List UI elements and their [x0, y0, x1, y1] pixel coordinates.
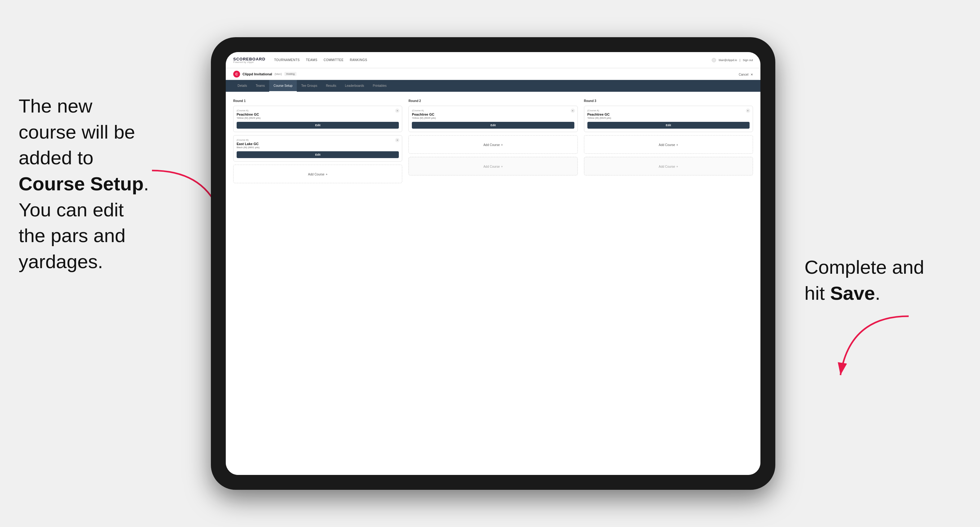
round2-course-a-edit-button[interactable]: Edit	[412, 122, 574, 129]
tab-leaderboards[interactable]: Leaderboards	[340, 80, 368, 92]
tablet-device: SCOREBOARD Powered by clippd TOURNAMENTS…	[211, 37, 775, 490]
nav-right: blair@clippd.io | Sign out	[712, 58, 753, 62]
tab-printables[interactable]: Printables	[368, 80, 391, 92]
arrow-right	[831, 310, 918, 390]
round1-course-a-name: Peachtree GC	[237, 113, 399, 116]
cancel-button[interactable]: Cancel ✕	[739, 73, 753, 76]
round1-course-a-details: Yellow (M) (6629 yds)	[237, 117, 399, 119]
top-nav: SCOREBOARD Powered by clippd TOURNAMENTS…	[226, 52, 760, 68]
round-2-label: Round 2	[409, 99, 578, 103]
round2-add-course-text-2: Add Course+	[484, 165, 503, 168]
round3-course-a-edit-button[interactable]: Edit	[587, 122, 749, 129]
round1-add-course-text: Add Course+	[308, 173, 328, 176]
round-2-column: Round 2 ✕ (Course A) Peachtree GC Yellow…	[409, 99, 578, 186]
rounds-grid: Round 1 ✕ (Course A) Peachtree GC Yellow…	[233, 99, 753, 186]
round-3-column: Round 3 ✕ (Course A) Peachtree GC Yellow…	[584, 99, 753, 186]
brand-tagline: Powered by clippd	[233, 61, 266, 63]
round3-course-a-label: (Course A)	[587, 109, 749, 112]
round3-course-a-delete[interactable]: ✕	[746, 108, 750, 113]
round-3-label: Round 3	[584, 99, 753, 103]
brand: SCOREBOARD Powered by clippd	[233, 57, 266, 63]
round2-course-a-name: Peachtree GC	[412, 113, 574, 116]
nav-separator: |	[740, 59, 740, 62]
nav-teams[interactable]: TEAMS	[306, 58, 317, 62]
brand-name: SCOREBOARD	[233, 57, 266, 61]
tab-results[interactable]: Results	[321, 80, 340, 92]
round3-add-course-text: Add Course+	[659, 143, 678, 147]
hosting-badge: Hosting	[285, 72, 296, 76]
user-email: blair@clippd.io	[719, 59, 737, 62]
round1-course-a-label: (Course A)	[237, 109, 399, 112]
round1-course-b-label: (Course B)	[237, 138, 399, 141]
round2-add-course-box-2: Add Course+	[409, 157, 578, 175]
tournament-bar: C Clippd Invitational (Men) Hosting Canc…	[226, 68, 760, 80]
tournament-gender: (Men)	[274, 73, 282, 76]
round2-course-a-card: ✕ (Course A) Peachtree GC Yellow (M) (66…	[409, 106, 578, 132]
round1-course-b-name: East Lake GC	[237, 142, 399, 146]
tab-bar: Details Teams Course Setup Tee Groups Re…	[226, 80, 760, 92]
round3-add-course-box-2: Add Course+	[584, 157, 753, 175]
annotation-left: The new course will be added to Course S…	[19, 93, 149, 275]
round3-course-a-card: ✕ (Course A) Peachtree GC Yellow (M) (66…	[584, 106, 753, 132]
tab-teams[interactable]: Teams	[251, 80, 269, 92]
main-content: Round 1 ✕ (Course A) Peachtree GC Yellow…	[226, 92, 760, 475]
round1-course-b-delete[interactable]: ✕	[395, 138, 399, 142]
round1-course-b-details: Black (M) (6891 yds)	[237, 146, 399, 149]
round1-course-b-edit-button[interactable]: Edit	[237, 151, 399, 158]
round2-course-a-label: (Course A)	[412, 109, 574, 112]
round3-course-a-details: Yellow (M) (6629 yds)	[587, 117, 749, 119]
round3-add-course-box[interactable]: Add Course+	[584, 135, 753, 154]
round-1-column: Round 1 ✕ (Course A) Peachtree GC Yellow…	[233, 99, 402, 186]
round1-course-a-card: ✕ (Course A) Peachtree GC Yellow (M) (66…	[233, 106, 402, 132]
user-avatar	[712, 58, 716, 62]
tab-course-setup[interactable]: Course Setup	[269, 80, 297, 92]
round1-course-a-edit-button[interactable]: Edit	[237, 122, 399, 129]
round-1-label: Round 1	[233, 99, 402, 103]
tablet-screen: SCOREBOARD Powered by clippd TOURNAMENTS…	[226, 52, 760, 475]
round3-add-course-text-2: Add Course+	[659, 165, 678, 168]
tab-tee-groups[interactable]: Tee Groups	[297, 80, 321, 92]
round2-add-course-text: Add Course+	[484, 143, 503, 147]
nav-committee[interactable]: COMMITTEE	[323, 58, 344, 62]
round2-course-a-delete[interactable]: ✕	[571, 108, 575, 113]
tournament-name: Clippd Invitational	[242, 72, 272, 76]
tournament-logo: C	[233, 71, 240, 78]
tournament-info: C Clippd Invitational (Men) Hosting	[233, 71, 296, 78]
round1-add-course-box[interactable]: Add Course+	[233, 165, 402, 183]
round1-course-a-delete[interactable]: ✕	[395, 108, 399, 113]
nav-links: TOURNAMENTS TEAMS COMMITTEE RANKINGS	[274, 58, 367, 62]
tab-details[interactable]: Details	[233, 80, 251, 92]
nav-left: SCOREBOARD Powered by clippd TOURNAMENTS…	[233, 57, 367, 63]
round2-course-a-details: Yellow (M) (6629 yds)	[412, 117, 574, 119]
round2-add-course-box[interactable]: Add Course+	[409, 135, 578, 154]
round3-course-a-name: Peachtree GC	[587, 113, 749, 116]
nav-tournaments[interactable]: TOURNAMENTS	[274, 58, 300, 62]
cancel-area: Cancel ✕	[739, 71, 753, 77]
sign-out-link[interactable]: Sign out	[743, 59, 753, 62]
round1-course-b-card: ✕ (Course B) East Lake GC Black (M) (689…	[233, 135, 402, 162]
nav-rankings[interactable]: RANKINGS	[350, 58, 367, 62]
annotation-right: Complete and hit Save.	[805, 254, 924, 306]
